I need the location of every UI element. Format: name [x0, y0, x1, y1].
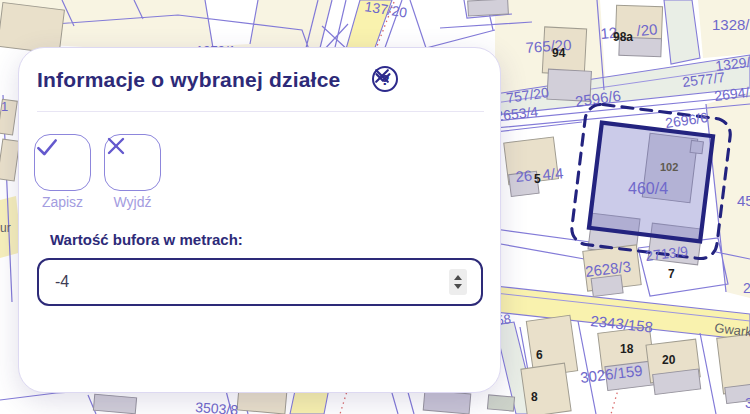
- parcel-label: 2653/4: [495, 104, 539, 124]
- parcel-label: 1328/: [712, 16, 750, 33]
- exit-button[interactable]: [104, 134, 161, 191]
- selected-parcel-label: 460/4: [628, 180, 668, 197]
- building-label: 94: [552, 46, 566, 60]
- buffer-field-label: Wartość bufora w metrach:: [50, 231, 243, 248]
- building-label: 6: [536, 348, 543, 362]
- buffer-input-wrap: [37, 258, 483, 306]
- building-label: 8: [531, 390, 538, 404]
- building-label: 20: [662, 353, 676, 367]
- building-label: 18: [620, 342, 634, 356]
- number-spinner: [449, 269, 467, 295]
- spinner-down-icon[interactable]: [454, 284, 462, 289]
- close-button[interactable]: [454, 67, 478, 91]
- parcel-info-dialog: Informacje o wybranej działce ?: [18, 47, 501, 393]
- parcel-label: 2: [743, 280, 750, 296]
- parcel-label: 4/4: [542, 164, 564, 183]
- parcel-label: 3: [745, 395, 750, 411]
- parcel-label: 3503/8: [195, 399, 239, 414]
- spinner-up-icon[interactable]: [454, 275, 462, 280]
- building-label: 102: [660, 161, 678, 173]
- building-label: 98a: [613, 30, 633, 44]
- parcel-label: /20: [636, 20, 658, 39]
- building-label: 7: [668, 267, 675, 281]
- save-button[interactable]: [34, 134, 91, 191]
- dialog-header-icons: ?: [372, 66, 478, 92]
- save-button-label: Zapisz: [34, 194, 91, 210]
- check-icon: [34, 134, 60, 160]
- x-icon: [104, 134, 128, 158]
- dialog-title: Informacje o wybranej działce: [37, 68, 340, 92]
- app-window: 137/20 765/20 94 12 98a /20 1328/ 1329/ …: [0, 0, 750, 414]
- collapse-button[interactable]: [414, 67, 438, 91]
- building-label: 5: [534, 172, 541, 186]
- parcel-label: 26: [515, 167, 533, 185]
- street-label: ur: [0, 221, 11, 235]
- parcel-label: 45: [737, 192, 750, 209]
- divider: [37, 111, 484, 112]
- close-icon: [372, 66, 392, 86]
- buffer-input[interactable]: [39, 260, 481, 304]
- exit-button-label: Wyjdź: [104, 194, 161, 210]
- parcel-label: 1: [1, 99, 8, 114]
